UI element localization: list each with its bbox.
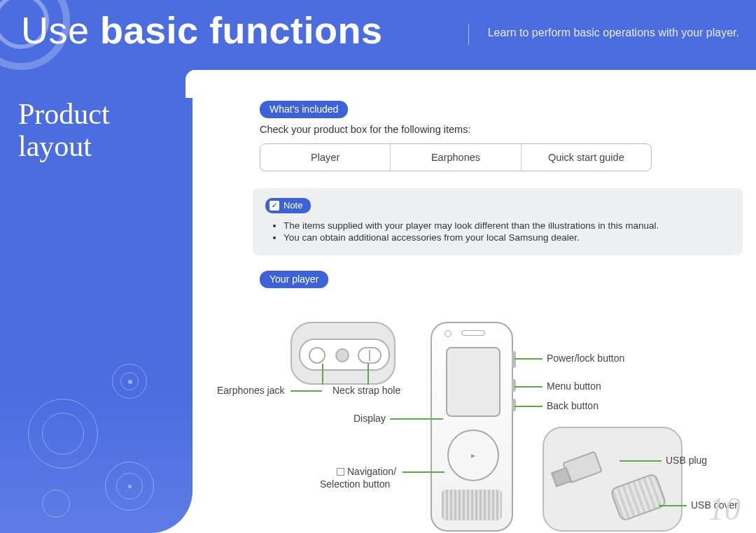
whats-included-pill: What's included: [260, 101, 348, 118]
nav-square-icon: [337, 468, 344, 476]
included-item: Quick start guide: [522, 144, 651, 171]
power-button-icon: [512, 351, 516, 368]
label-earphones-jack: Earphones jack: [217, 385, 285, 396]
device-speaker-icon: [461, 330, 485, 336]
leader-line: [368, 364, 369, 385]
usb-view: [542, 427, 682, 532]
note-list: The items supplied with your player may …: [284, 220, 730, 243]
label-display: Display: [354, 413, 386, 424]
decor-dot: [128, 485, 132, 488]
label-navigation: Navigation/: [337, 466, 396, 477]
player-top-view: [290, 322, 396, 385]
page-number: 10: [708, 490, 741, 527]
your-player-pill: Your player: [260, 271, 328, 288]
earphone-jack-icon: [309, 347, 326, 364]
leader-line: [514, 386, 542, 388]
label-usb-plug: USB plug: [666, 455, 707, 466]
section-title: Product layout: [18, 98, 110, 162]
leader-line: [514, 406, 542, 407]
leader-line: [390, 418, 443, 420]
included-items-row: Player Earphones Quick start guide: [260, 143, 652, 171]
menu-button-icon: [512, 379, 516, 392]
section-title-line2: layout: [18, 130, 92, 162]
title-light: Use: [21, 9, 100, 51]
leader-line: [514, 358, 542, 360]
decor-circle: [42, 413, 84, 455]
player-front-view: [430, 322, 513, 532]
label-back-button: Back button: [547, 400, 598, 411]
dpad-icon: [447, 429, 499, 481]
player-top-inner: [299, 339, 390, 371]
usb-cover-icon: [610, 473, 668, 523]
title-bold: basic functions: [100, 9, 383, 51]
note-pill: ✓ Note: [265, 198, 311, 213]
sidebar: Product layout: [0, 70, 192, 533]
leader-line: [290, 390, 322, 392]
display-icon: [446, 347, 500, 417]
leader-line: [322, 364, 323, 385]
note-check-icon: ✓: [270, 201, 279, 211]
page-title: Use basic functions: [21, 8, 383, 52]
page-subtitle: Learn to perform basic operations with y…: [488, 27, 739, 39]
decor-circle: [42, 490, 70, 518]
header-divider: [468, 24, 469, 45]
label-menu-button: Menu button: [547, 381, 601, 392]
grip-icon: [442, 490, 502, 520]
device-hole-icon: [444, 330, 451, 337]
included-intro: Check your product box for the following…: [260, 124, 756, 135]
jack-hole-icon: [335, 348, 349, 362]
header-bar: Use basic functions Learn to perform bas…: [0, 0, 756, 70]
note-bullet: You can obtain additional accessories fr…: [284, 232, 730, 243]
note-box: ✓ Note The items supplied with your play…: [253, 188, 743, 255]
label-selection-button: Selection button: [320, 478, 390, 490]
leader-line: [402, 471, 444, 473]
leader-line: [620, 460, 662, 462]
leader-line: [659, 505, 687, 506]
strap-hole-icon: [358, 347, 382, 364]
label-power-lock: Power/lock button: [547, 353, 624, 364]
included-item: Player: [260, 144, 391, 171]
usb-plug-icon: [562, 450, 603, 483]
note-bullet: The items supplied with your player may …: [284, 220, 730, 231]
decor-dot: [128, 380, 132, 384]
player-diagram: Earphones jack Neck strap hole Power/loc…: [192, 322, 756, 533]
back-button-icon: [512, 399, 516, 411]
included-item: Earphones: [391, 144, 521, 171]
label-neck-strap: Neck strap hole: [332, 385, 400, 396]
note-label: Note: [284, 200, 302, 211]
section-title-line1: Product: [18, 98, 110, 130]
